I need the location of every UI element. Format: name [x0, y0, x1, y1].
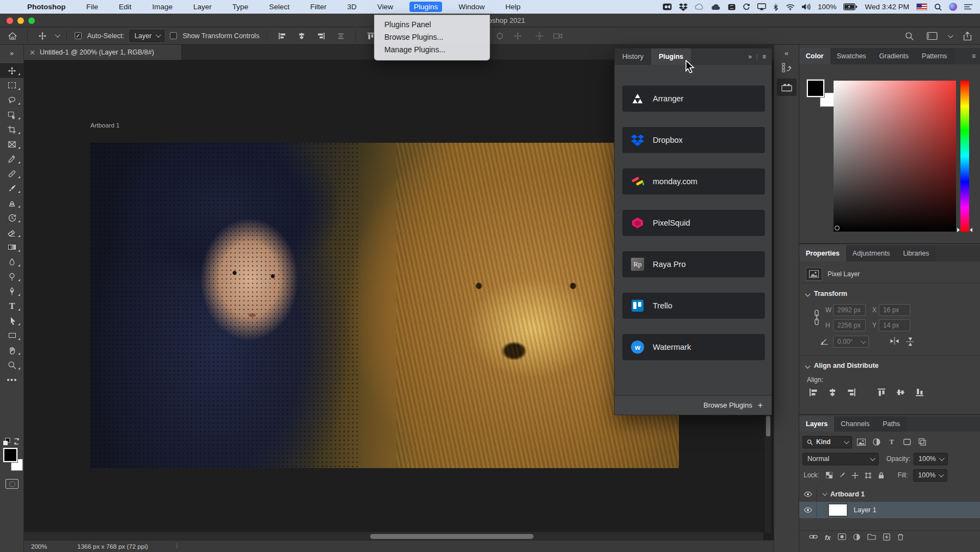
expand-group-chevron-icon[interactable] — [822, 490, 828, 496]
close-window-button[interactable] — [7, 17, 13, 24]
video-app-icon[interactable] — [728, 4, 736, 10]
wifi-icon[interactable] — [786, 4, 795, 10]
plugin-item-rayapro[interactable]: Rp Raya Pro — [622, 251, 765, 277]
share-icon[interactable] — [960, 29, 975, 43]
tab-swatches[interactable]: Swatches — [830, 48, 873, 64]
collapse-chevron-icon[interactable] — [805, 363, 811, 368]
filter-pixel-layers-icon[interactable] — [855, 436, 867, 447]
color-field[interactable] — [834, 81, 956, 232]
tool-clone-stamp[interactable] — [0, 196, 24, 210]
tool-eraser[interactable] — [0, 225, 24, 240]
bluetooth-icon[interactable] — [773, 3, 779, 11]
hue-slider-marker[interactable] — [957, 228, 960, 232]
vertical-scrollbar-thumb[interactable] — [766, 416, 770, 436]
control-center-icon[interactable] — [964, 4, 972, 10]
dolly-3d-icon[interactable] — [532, 29, 547, 43]
volume-icon[interactable] — [802, 3, 811, 10]
panel-menu-icon[interactable]: ≡ — [972, 48, 980, 64]
horizontal-scrollbar-thumb[interactable] — [370, 534, 534, 539]
horizontal-scrollbar[interactable] — [24, 532, 763, 540]
toolbar-collapse-icon[interactable]: » — [0, 49, 24, 57]
filter-type-layers-icon[interactable]: T — [886, 436, 898, 447]
height-field[interactable]: 2256 px — [833, 319, 866, 331]
x-field[interactable]: 16 px — [879, 304, 910, 316]
keyboard-flag-icon[interactable] — [916, 3, 927, 10]
siri-icon[interactable] — [949, 3, 957, 11]
foreground-color-swatch[interactable] — [807, 80, 824, 97]
hue-slider[interactable] — [960, 81, 969, 232]
tab-patterns[interactable]: Patterns — [915, 48, 954, 64]
plugin-item-dropbox[interactable]: Dropbox — [622, 127, 765, 153]
new-layer-icon[interactable] — [883, 533, 890, 542]
align-right-edges-icon[interactable] — [847, 388, 856, 398]
maximize-window-button[interactable] — [28, 17, 35, 24]
tab-paths[interactable]: Paths — [876, 416, 906, 432]
auto-select-dropdown[interactable]: Layer — [130, 30, 164, 42]
align-right-edges-icon[interactable] — [314, 29, 328, 43]
align-vertical-centers-icon[interactable] — [896, 388, 905, 398]
lock-all-icon[interactable] — [876, 470, 887, 480]
layer-mask-icon[interactable] — [838, 533, 846, 542]
lock-position-icon[interactable] — [850, 470, 861, 480]
flip-vertical-icon[interactable] — [906, 337, 915, 347]
plugin-item-pixelsquid[interactable]: PixelSquid — [622, 210, 765, 236]
tool-type[interactable]: T — [0, 299, 24, 313]
align-horizontal-centers-icon[interactable] — [295, 29, 309, 43]
align-section-header[interactable]: Align and Distribute — [806, 362, 879, 369]
hue-slider-marker[interactable] — [970, 228, 972, 232]
tool-object-selection[interactable] — [0, 107, 24, 122]
search-icon[interactable] — [902, 29, 916, 43]
color-field-marker[interactable] — [835, 226, 840, 230]
menu-help[interactable]: Help — [501, 2, 525, 12]
transform-section-header[interactable]: Transform — [806, 290, 847, 298]
lock-artboard-icon[interactable] — [863, 470, 874, 480]
layer-effects-icon[interactable]: fx — [825, 534, 831, 542]
collapse-panel-icon[interactable]: » — [748, 53, 752, 60]
align-left-edges-icon[interactable] — [275, 29, 289, 43]
tool-pen[interactable] — [0, 284, 24, 299]
expand-panels-icon[interactable]: « — [774, 49, 799, 57]
tool-dodge[interactable] — [0, 269, 24, 284]
menu-plugins[interactable]: Plugins — [409, 2, 442, 12]
edit-toolbar-icon[interactable]: ●●● — [0, 372, 24, 387]
menu-view[interactable]: View — [373, 2, 397, 12]
menu-filter[interactable]: Filter — [306, 2, 331, 12]
panel-menu-icon[interactable]: ≡ — [762, 53, 766, 60]
color-fg-bg-swatches[interactable] — [807, 80, 835, 108]
align-horizontal-centers-icon[interactable] — [828, 388, 837, 398]
menu-item-browse-plugins[interactable]: Browse Plugins... — [375, 31, 489, 44]
tool-history-brush[interactable] — [0, 210, 24, 225]
default-colors-icon[interactable] — [3, 438, 21, 448]
lock-pixels-icon[interactable] — [837, 470, 848, 480]
lock-transparency-icon[interactable] — [824, 470, 835, 480]
menu-select[interactable]: Select — [265, 2, 294, 12]
menu-file[interactable]: File — [82, 2, 103, 12]
menu-item-plugins-panel[interactable]: Plugins Panel — [375, 19, 489, 31]
tab-layers[interactable]: Layers — [799, 416, 834, 432]
blend-mode-dropdown[interactable]: Normal — [803, 453, 879, 465]
artboard-row[interactable]: Artboard 1 — [799, 486, 980, 502]
tool-hand[interactable] — [0, 343, 24, 357]
zoom-level-field[interactable]: 200% — [31, 543, 47, 550]
plugin-item-arranger[interactable]: Arranger — [622, 86, 765, 112]
tool-blur[interactable] — [0, 254, 24, 269]
move-tool-preset-icon[interactable] — [35, 29, 50, 43]
tab-properties[interactable]: Properties — [799, 245, 846, 262]
creative-cloud-icon[interactable] — [695, 3, 704, 10]
document-tab[interactable]: ✕ Untitled-1 @ 200% (Layer 1, RGB/8#) — [24, 45, 182, 60]
tool-brush[interactable] — [0, 181, 24, 196]
width-field[interactable]: 2992 px — [833, 304, 866, 316]
menu-3d[interactable]: 3D — [343, 2, 361, 12]
screen-record-icon[interactable] — [663, 3, 672, 10]
delete-layer-icon[interactable] — [897, 533, 904, 542]
artboard-label[interactable]: Artboard 1 — [90, 122, 120, 129]
visibility-eye-icon[interactable] — [799, 502, 817, 518]
y-field[interactable]: 14 px — [879, 319, 910, 331]
link-dimensions-icon[interactable] — [813, 310, 820, 327]
workspace-switcher-icon[interactable] — [925, 29, 939, 43]
fill-dropdown[interactable]: 100% — [913, 469, 947, 482]
menu-edit[interactable]: Edit — [114, 2, 136, 12]
onedrive-icon[interactable] — [711, 4, 721, 10]
kind-filter-dropdown[interactable]: Kind — [803, 436, 852, 448]
tool-zoom[interactable] — [0, 357, 24, 372]
